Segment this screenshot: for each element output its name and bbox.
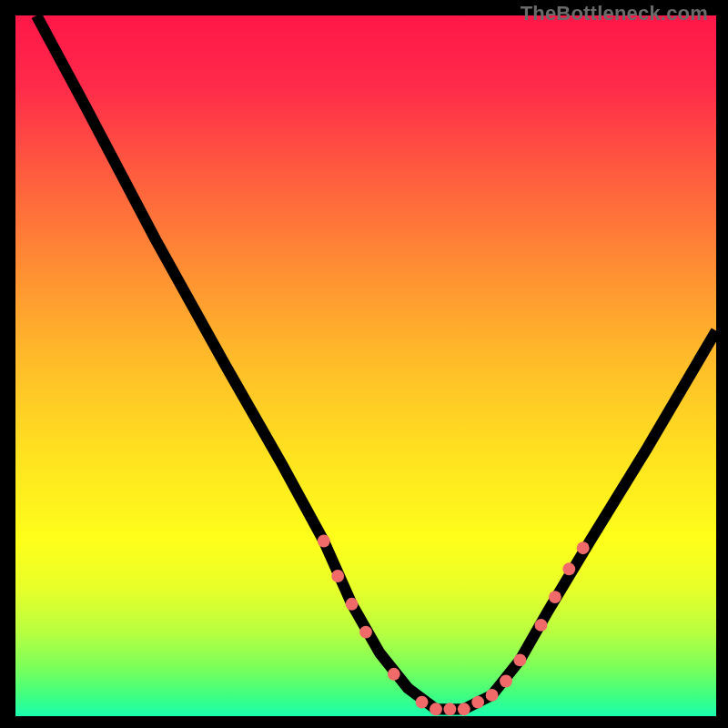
chart-area xyxy=(15,15,716,716)
bottleneck-curve xyxy=(36,15,716,709)
highlight-dot xyxy=(500,675,512,688)
highlight-dot xyxy=(535,619,548,632)
highlight-dot xyxy=(513,653,526,666)
highlight-dot xyxy=(359,626,372,639)
highlight-dot xyxy=(562,562,575,575)
chart-svg xyxy=(15,15,716,716)
highlight-dot xyxy=(458,703,470,715)
highlight-dot xyxy=(331,570,344,582)
highlight-dot xyxy=(318,535,330,548)
highlight-dot xyxy=(577,541,590,554)
highlight-dot xyxy=(346,598,359,611)
watermark-label: TheBottleneck.com xyxy=(521,2,708,25)
highlight-dot xyxy=(416,696,429,709)
highlight-dot xyxy=(443,703,456,715)
highlight-dot xyxy=(549,591,561,603)
highlight-dot xyxy=(388,668,400,681)
highlight-dot xyxy=(430,703,442,715)
highlight-dot xyxy=(486,689,499,702)
highlight-dot xyxy=(471,696,484,709)
